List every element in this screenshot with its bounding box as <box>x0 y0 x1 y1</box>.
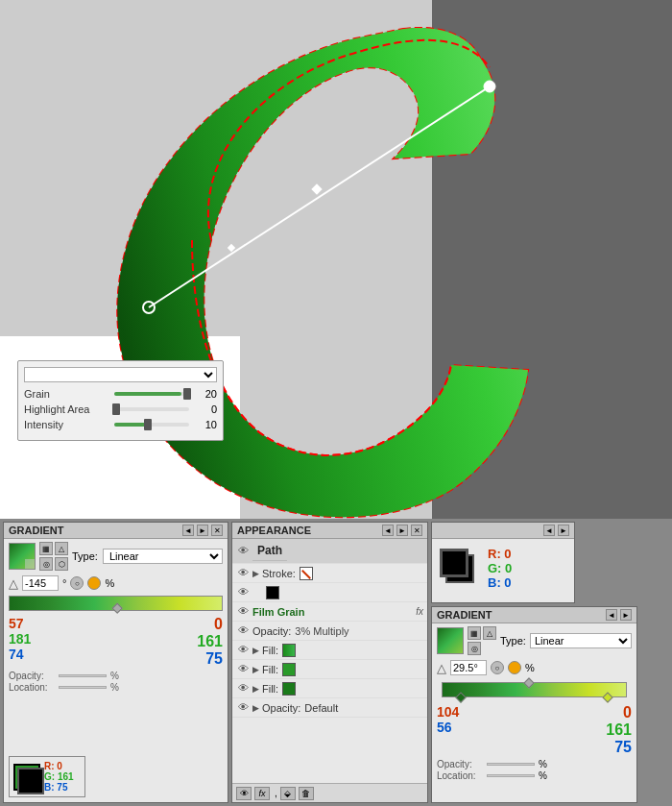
gradient-left-title: GRADIENT <box>9 525 63 536</box>
gradient-icon-4[interactable]: ⬡ <box>55 557 68 571</box>
color-val-0: 0 <box>214 616 223 633</box>
grad-right-angle-icon: △ <box>437 661 446 675</box>
color-val-181: 181 <box>9 631 31 647</box>
app-fx-btn[interactable]: fx <box>254 787 270 800</box>
fill2-label: Fill: <box>262 664 278 675</box>
gradient-left-close[interactable]: ✕ <box>211 525 223 536</box>
app-eye-btn[interactable]: 👁 <box>236 787 252 800</box>
gradient-left-color-right: 0 161 75 <box>197 616 223 668</box>
color-val-75: 75 <box>205 650 223 668</box>
gradient-left-opacity-row: Opacity: % Location: % <box>4 670 228 695</box>
color-top-collapse[interactable]: ◄ <box>543 525 555 536</box>
gradient-right-angle-input[interactable] <box>450 660 487 675</box>
gradient-right-bar[interactable] <box>442 682 627 697</box>
angle-icon: △ <box>9 576 18 591</box>
opacity-def-label: Opacity: <box>262 702 300 714</box>
stroke-triangle[interactable]: ▶ <box>252 569 262 578</box>
intensity-slider-track[interactable] <box>114 423 189 427</box>
color-val-74: 74 <box>9 647 31 662</box>
path-label: Path <box>252 541 287 561</box>
grad-right-opacity-track[interactable] <box>487 763 535 766</box>
filmgrain-eye[interactable]: 👁 <box>236 605 250 619</box>
gradient-right-expand[interactable]: ► <box>620 609 632 621</box>
right-panels: ◄ ► R: 0 G: 0 B: 0 <box>431 522 669 803</box>
color-swatches-stacked <box>440 549 480 589</box>
gradient-right-diamond[interactable] <box>523 677 534 688</box>
fill2-swatch[interactable] <box>282 663 296 676</box>
grain-slider-track[interactable] <box>114 392 189 396</box>
stroke-label: Stroke: <box>262 568 296 579</box>
gradient-right-collapse[interactable]: ◄ <box>606 609 617 621</box>
color-swatch-small: R: 0 G: 161 B: 75 <box>9 756 85 797</box>
appearance-stroke-black-row: 👁 <box>232 583 427 602</box>
fill3-eye[interactable]: 👁 <box>236 682 250 696</box>
grad-right-b-left: 56 <box>437 720 459 735</box>
appearance-collapse[interactable]: ◄ <box>382 525 394 536</box>
fill1-triangle[interactable]: ▶ <box>252 646 262 655</box>
color-top-expand[interactable]: ► <box>558 525 569 536</box>
gradient-icon-2[interactable]: △ <box>55 542 68 555</box>
opacitydef-eye[interactable]: 👁 <box>236 701 250 715</box>
grad-right-opacity-label: Opacity: <box>437 759 483 769</box>
gradient-left-angle-row: △ ° ○ % <box>4 574 228 593</box>
degree-icon: ° <box>62 577 66 589</box>
grad-right-icons: ▦ △ ◎ <box>468 626 496 655</box>
grad-right-location-pct: % <box>539 770 547 781</box>
app-del-btn[interactable]: 🗑 <box>299 787 314 800</box>
fill1-eye[interactable]: 👁 <box>236 644 250 657</box>
opacity-value-app: 3% Multiply <box>295 625 348 637</box>
stroke-swatch[interactable] <box>300 567 313 580</box>
grad-right-icon-1[interactable]: ▦ <box>468 626 481 640</box>
grain-label: Grain <box>24 388 110 400</box>
gradient-left-expand[interactable]: ► <box>197 525 208 536</box>
black-stroke-eye[interactable]: 👁 <box>236 586 250 599</box>
grad-right-type-select[interactable]: Linear <box>530 633 632 648</box>
fill2-eye[interactable]: 👁 <box>236 663 250 676</box>
grad-right-pct: % <box>525 662 535 673</box>
opacity-eye[interactable]: 👁 <box>236 624 250 638</box>
fill3-swatch[interactable] <box>282 682 296 696</box>
grad-right-circle-icon[interactable]: ○ <box>491 661 504 674</box>
appearance-expand[interactable]: ► <box>396 525 408 536</box>
grad-right-location-track[interactable] <box>487 774 535 777</box>
app-dup-btn[interactable]: ⬙ <box>280 787 296 800</box>
gradient-color-dot[interactable] <box>87 576 101 590</box>
appearance-close[interactable]: ✕ <box>411 525 422 536</box>
gradient-left-bar[interactable] <box>9 596 223 611</box>
appearance-filmgrain-row: 👁 Film Grain fx <box>232 602 427 622</box>
grad-stop-right[interactable] <box>602 692 612 702</box>
film-grain-select[interactable]: Film Grain <box>24 367 217 382</box>
gradient-icon-3[interactable]: ◎ <box>39 557 53 571</box>
svg-point-5 <box>484 81 495 92</box>
grad-stop-left[interactable] <box>456 692 467 702</box>
grad-right-r-right: 0 <box>623 704 632 721</box>
appearance-fill-2-row: 👁 ▶ Fill: <box>232 660 427 679</box>
appearance-stroke-row: 👁 ▶ Stroke: <box>232 564 427 583</box>
stroke-eye-icon[interactable]: 👁 <box>236 567 250 580</box>
highlight-label: Highlight Area <box>24 403 110 415</box>
grad-right-icon-2[interactable]: △ <box>483 626 496 640</box>
gradient-panel-right: GRADIENT ◄ ► ▦ △ ◎ <box>431 606 637 803</box>
gradient-left-type-select[interactable]: Linear <box>103 549 223 564</box>
highlight-value: 0 <box>193 403 217 415</box>
grad-right-dot[interactable] <box>508 661 521 674</box>
grad-right-icon-3[interactable]: ◎ <box>468 642 481 655</box>
angle-circle-icon[interactable]: ○ <box>70 576 84 590</box>
color-val-57: 57 <box>9 616 31 631</box>
film-grain-panel: Film Grain Grain 20 Highlight Area 0 Int… <box>17 360 224 441</box>
gradient-left-collapse[interactable]: ◄ <box>182 525 194 536</box>
gradient-icon-1[interactable]: ▦ <box>39 542 53 555</box>
location-track[interactable] <box>59 686 107 689</box>
path-eye-icon[interactable]: 👁 <box>236 545 250 558</box>
fill3-triangle[interactable]: ▶ <box>252 684 262 694</box>
opacity-track[interactable] <box>59 674 107 677</box>
fill1-swatch[interactable] <box>282 644 296 657</box>
grad-right-color-right: 0 161 75 <box>606 704 632 756</box>
opacitydef-triangle[interactable]: ▶ <box>252 703 262 713</box>
gradient-left-angle-input[interactable] <box>22 575 59 591</box>
highlight-slider-track[interactable] <box>114 407 189 411</box>
appearance-panel: APPEARANCE ◄ ► ✕ 👁 Path 👁 ▶ Stroke: <box>231 522 428 803</box>
fill2-triangle[interactable]: ▶ <box>252 665 262 674</box>
opacity-pct: % <box>110 671 119 681</box>
fg-swatch-black[interactable] <box>440 549 468 577</box>
